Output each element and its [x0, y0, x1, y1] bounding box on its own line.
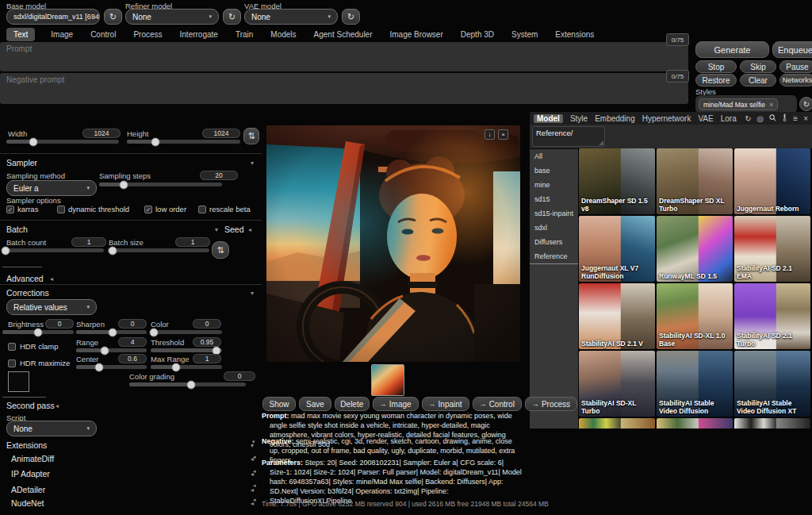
networks-tab-hypernetwork[interactable]: Hypernetwork	[642, 114, 691, 123]
script-select[interactable]: None▾	[6, 421, 97, 436]
corrections-mode-select[interactable]: Relative values▾	[6, 299, 97, 315]
stop-button[interactable]: Stop	[695, 60, 737, 73]
vae-model-refresh-button[interactable]: ↻	[342, 9, 360, 25]
batch-count-slider[interactable]	[2, 248, 104, 252]
height-value[interactable]: 1024	[202, 129, 240, 138]
advanced-section-header[interactable]: Advanced	[6, 274, 44, 283]
width-value[interactable]: 1024	[82, 129, 121, 138]
dynamic-threshold-checkbox[interactable]	[57, 206, 65, 213]
styles-input[interactable]: mine/Mad Max selfie×	[695, 95, 797, 113]
sharpen-value[interactable]: 0	[118, 319, 147, 329]
batch-size-slider[interactable]	[108, 248, 209, 252]
send-to-image-button[interactable]: →Image	[373, 397, 419, 411]
sharpen-slider[interactable]	[76, 330, 147, 334]
collapse-icon[interactable]: ▾	[215, 227, 218, 233]
pin-icon[interactable]	[782, 113, 787, 123]
networks-tab-style[interactable]: Style	[570, 114, 588, 123]
collapse-icon[interactable]: ▾	[252, 439, 255, 445]
model-card[interactable]	[657, 418, 733, 429]
height-slider[interactable]	[127, 140, 240, 144]
model-card[interactable]: StabilityAI SD 2.1 EMA	[734, 216, 810, 282]
tab-depth-3d[interactable]: Depth 3D	[459, 28, 496, 41]
center-slider[interactable]	[76, 365, 147, 369]
model-card[interactable]	[734, 418, 810, 429]
pause-button[interactable]: Pause	[779, 60, 812, 73]
vae-model-select[interactable]: None▾	[244, 9, 338, 25]
restore-button[interactable]: Restore	[695, 74, 737, 86]
collapse-icon[interactable]: ◂	[253, 468, 256, 475]
center-value[interactable]: 0.6	[118, 354, 147, 363]
styles-refresh-button[interactable]: ↻	[799, 97, 812, 111]
color-swatch[interactable]	[8, 371, 29, 392]
folder-item-sd15-inpaint[interactable]: sd15-inpaint	[530, 206, 578, 221]
width-slider[interactable]	[6, 140, 119, 144]
networks-tab-embedding[interactable]: Embedding	[595, 114, 635, 123]
batch-section-header[interactable]: Batch	[6, 225, 28, 234]
folder-item-sdxl[interactable]: sdxl	[530, 221, 578, 235]
refresh-icon[interactable]: ↻	[745, 114, 751, 123]
close-image-button[interactable]: ×	[498, 129, 508, 140]
collapse-icon[interactable]: ▾	[251, 290, 254, 297]
model-card[interactable]: StabilityAI Stable Video Diffusion XT	[734, 351, 810, 417]
tab-image[interactable]: Image	[49, 28, 75, 41]
tab-models[interactable]: Models	[269, 28, 297, 41]
model-card[interactable]	[579, 418, 655, 429]
sort-icon[interactable]: ≡	[793, 114, 798, 123]
networks-filter-input[interactable]: Reference/	[532, 126, 605, 147]
extension-ip-adapter[interactable]: IP Adapter	[11, 469, 50, 478]
color-grading-value[interactable]: 0	[224, 371, 255, 381]
model-card[interactable]: StabilityAI SD-XL 1.0 Base	[657, 283, 733, 349]
base-model-select[interactable]: sdxl/digitalDream_v11 [6948:▾	[6, 9, 100, 25]
low-order-checkbox[interactable]	[144, 206, 152, 213]
model-card[interactable]: StabilityAI Stable Video Diffusion	[657, 351, 733, 417]
folder-item-mine[interactable]: mine	[530, 178, 578, 192]
extension-adetailer[interactable]: ADetailer	[11, 485, 45, 494]
model-card[interactable]: StabilityAI SD 2.1 Turbo	[734, 283, 810, 349]
folder-item-sd15[interactable]: sd15	[530, 192, 578, 206]
gallery-thumbnail[interactable]	[371, 364, 404, 396]
tab-extensions[interactable]: Extensions	[553, 28, 596, 41]
enqueue-button[interactable]: Enqueue	[772, 41, 812, 58]
delete-button[interactable]: Delete	[335, 397, 370, 411]
folder-item-all[interactable]: All	[530, 149, 578, 163]
extension-nudenet[interactable]: NudeNet	[11, 498, 44, 508]
model-card[interactable]: Juggernaut XL V7 RunDiffusion	[579, 216, 655, 282]
model-card[interactable]: Juggernaut Reborn	[734, 148, 810, 214]
model-card[interactable]: RunwayML SD 1.5	[657, 216, 733, 282]
networks-tab-lora[interactable]: Lora	[721, 114, 737, 123]
tab-train[interactable]: Train	[234, 28, 255, 41]
base-model-refresh-button[interactable]: ↻	[104, 9, 122, 25]
folder-item-diffusers[interactable]: Diffusers	[530, 235, 578, 249]
sampling-steps-value[interactable]: 20	[200, 171, 238, 180]
collapse-icon[interactable]: ◂	[56, 403, 59, 409]
brightness-value[interactable]: 0	[45, 319, 74, 329]
batch-count-value[interactable]: 1	[71, 237, 106, 247]
refiner-model-select[interactable]: None▾	[125, 9, 219, 25]
tab-process[interactable]: Process	[132, 28, 163, 41]
rescale-beta-checkbox[interactable]	[198, 206, 206, 213]
collapse-icon[interactable]: ◂	[253, 497, 256, 503]
sampler-section-header[interactable]: Sampler	[6, 158, 37, 167]
range-slider[interactable]	[76, 348, 147, 352]
color-grading-slider[interactable]	[129, 382, 246, 386]
corrections-section-header[interactable]: Corrections	[6, 288, 49, 298]
search-icon[interactable]	[769, 114, 776, 123]
save-button[interactable]: Save	[299, 397, 331, 411]
tab-interrogate[interactable]: Interrogate	[178, 28, 220, 41]
hdr-clamp-checkbox[interactable]	[8, 343, 16, 351]
brightness-slider[interactable]	[2, 330, 74, 334]
tab-text[interactable]: Text	[6, 28, 35, 41]
tab-image-browser[interactable]: Image Browser	[389, 28, 445, 41]
extension-animatediff[interactable]: AnimateDiff	[11, 454, 54, 463]
seed-section-header[interactable]: Seed	[224, 225, 244, 234]
collapse-icon[interactable]: ◂	[253, 482, 256, 489]
show-button[interactable]: Show	[262, 397, 296, 411]
scan-icon[interactable]: ◎	[757, 114, 764, 123]
download-image-button[interactable]: ↓	[485, 129, 495, 140]
second-pass-section-header[interactable]: Second pass	[6, 401, 55, 410]
networks-tab-vae[interactable]: VAE	[698, 114, 713, 123]
folder-item-base[interactable]: base	[530, 163, 578, 178]
negative-prompt-input[interactable]: Negative prompt	[0, 73, 688, 104]
networks-button[interactable]: Networks	[779, 74, 812, 86]
model-card[interactable]: StabilityAI SD 2.1 V	[579, 283, 655, 349]
